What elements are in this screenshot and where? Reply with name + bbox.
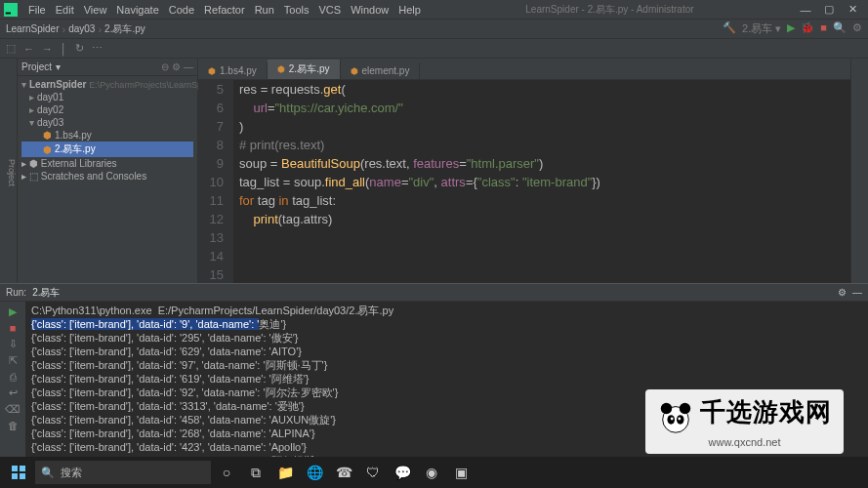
rerun-icon[interactable]: ▶ [9,305,17,318]
main-area: Project Project ▾ ⊖ ⚙ — LearnSpider E:\P… [0,59,868,283]
run-gear-icon[interactable]: ⚙ [838,287,847,298]
trash-icon[interactable]: 🗑 [8,420,19,431]
project-label: Project [21,61,52,72]
right-rail[interactable] [850,59,868,283]
menu-refactor[interactable]: Refactor [199,4,250,16]
svg-rect-4 [12,473,18,479]
collapse-icon[interactable]: ⊖ [161,61,169,72]
toolbar-reload[interactable]: ↻ [75,42,84,55]
svg-rect-2 [12,466,18,471]
hide-icon[interactable]: — [184,61,193,72]
menu-navigate[interactable]: Navigate [111,4,163,16]
menu-run[interactable]: Run [250,4,279,16]
maximize-button[interactable]: ▢ [817,3,841,16]
close-button[interactable]: ✕ [841,3,864,16]
tab-element[interactable]: ⬢element.py [341,62,421,79]
run-config-name[interactable]: 2.易车 [32,286,60,300]
gutter: 56789101112131415 [198,80,233,283]
tree-day01[interactable]: day01 [21,91,193,103]
task-pycharm[interactable]: ▣ [447,459,475,486]
svg-rect-5 [20,473,25,479]
svg-point-8 [680,403,690,414]
project-tree[interactable]: LearnSpider E:\PycharmProjects\LearnSpid… [18,76,197,184]
menu-edit[interactable]: Edit [51,4,79,16]
crumb-file[interactable]: 2.易车.py [104,22,145,36]
menu-tools[interactable]: Tools [279,4,314,16]
run-config[interactable]: 2.易车 ▾ [742,21,781,36]
task-edge[interactable]: 🌐 [301,459,328,486]
wrap-icon[interactable]: ↩ [9,386,18,399]
clear-icon[interactable]: ⌫ [5,403,21,416]
editor: ⬢1.bs4.py ⬢2.易车.py ⬢element.py 567891011… [198,59,850,283]
menu-view[interactable]: View [79,4,112,16]
toolbar-more[interactable]: ⋯ [92,42,103,55]
pycharm-logo [4,3,18,17]
windows-taskbar: 🔍搜索 ○ ⧉ 📁 🌐 ☎ 🛡 💬 ◉ ▣ [0,457,868,488]
task-phone[interactable]: ☎ [330,459,357,486]
taskbar-search[interactable]: 🔍搜索 [35,461,211,484]
window-title: LearnSpider - 2.易车.py - Administrator [426,3,794,17]
gear-icon[interactable]: ⚙ [172,61,181,72]
toolbar-back[interactable]: ← [23,43,34,55]
run-hide-icon[interactable]: — [852,287,862,298]
run-header: Run: 2.易车 ⚙ — [0,284,868,302]
svg-point-11 [671,418,674,421]
down-icon[interactable]: ⇩ [9,338,18,350]
task-chrome[interactable]: ◉ [418,459,445,486]
menubar: File Edit View Navigate Code Refactor Ru… [0,0,868,20]
toolbar-nav[interactable]: ⬚ [6,42,16,55]
stop-icon[interactable]: ■ [820,21,827,36]
export-icon[interactable]: ⇱ [9,354,18,367]
svg-rect-1 [6,12,11,14]
breadcrumb-bar: LearnSpider › day03 › 2.易车.py 🔨 2.易车 ▾ ▶… [0,20,868,39]
search-icon[interactable]: 🔍 [833,21,847,36]
run-toolbar: ▶ ■ ⇩ ⇱ ⎙ ↩ ⌫ 🗑 [0,302,25,459]
minimize-button[interactable]: — [794,4,817,16]
print-icon[interactable]: ⎙ [10,371,17,383]
menu-window[interactable]: Window [346,4,393,16]
crumb-folder[interactable]: day03 [68,23,95,34]
toolbar-sep: │ [61,43,67,55]
panda-icon [657,399,694,436]
menu-help[interactable]: Help [393,4,426,16]
svg-point-7 [661,403,672,414]
task-view-icon[interactable]: ⧉ [242,459,269,486]
tree-file-bs4[interactable]: ⬢ 1.bs4.py [21,129,193,142]
code-editor[interactable]: 56789101112131415 res = requests.get( ur… [198,80,850,283]
menu-code[interactable]: Code [164,4,199,16]
tree-file-yiche[interactable]: ⬢ 2.易车.py [21,142,193,157]
tree-root[interactable]: LearnSpider E:\PycharmProjects\LearnSpid… [21,78,193,91]
build-icon[interactable]: 🔨 [723,21,736,36]
menu-file[interactable]: File [23,4,51,16]
menu-vcs[interactable]: VCS [314,4,347,16]
tree-day03[interactable]: day03 [21,116,193,129]
tree-scratches[interactable]: ▸ ⬚ Scratches and Consoles [21,170,193,183]
start-button[interactable] [4,458,33,487]
crumb-root[interactable]: LearnSpider [6,23,59,34]
svg-rect-0 [4,3,18,17]
tree-ext-libs[interactable]: ▸ ⬢ External Libraries [21,157,193,170]
project-header: Project ▾ ⊖ ⚙ — [18,59,197,76]
task-wechat[interactable]: 💬 [389,459,416,486]
search-icon: 🔍 [41,467,55,479]
svg-point-12 [678,418,681,421]
project-toolbar: ⬚ ← → │ ↻ ⋯ [0,39,868,59]
tree-day02[interactable]: day02 [21,103,193,116]
svg-rect-3 [20,466,25,471]
task-explorer[interactable]: 📁 [271,459,299,486]
tab-bs4[interactable]: ⬢1.bs4.py [198,62,268,79]
code-lines[interactable]: res = requests.get( url="https://car.yic… [233,80,850,283]
run-label: Run: [6,287,26,298]
project-panel: Project ▾ ⊖ ⚙ — LearnSpider E:\PycharmPr… [18,59,198,283]
watermark: 千选游戏网 www.qxcnd.net [645,389,844,454]
editor-tabs: ⬢1.bs4.py ⬢2.易车.py ⬢element.py [198,59,850,80]
debug-icon[interactable]: 🐞 [801,21,814,36]
settings-icon[interactable]: ⚙ [852,21,862,36]
tab-yiche[interactable]: ⬢2.易车.py [268,60,341,79]
run-icon[interactable]: ▶ [787,21,795,36]
toolbar-fwd[interactable]: → [42,43,53,55]
stop-icon[interactable]: ■ [10,322,17,334]
task-cortana[interactable]: ○ [213,459,240,486]
left-rail[interactable]: Project [0,59,18,283]
task-huorong[interactable]: 🛡 [359,459,387,486]
